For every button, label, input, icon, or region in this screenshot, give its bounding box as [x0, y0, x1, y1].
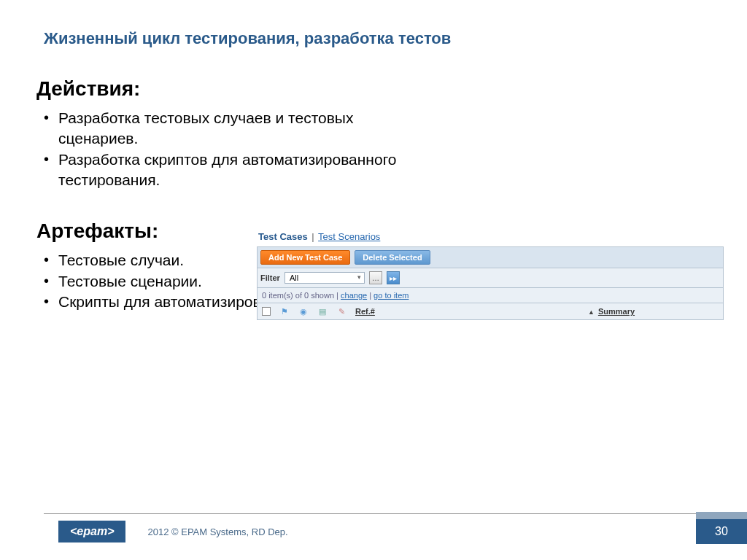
- delete-selected-button[interactable]: Delete Selected: [355, 250, 430, 265]
- column-summary-wrap[interactable]: ▲ Summary: [588, 307, 635, 316]
- sort-asc-icon: ▲: [588, 308, 595, 316]
- toolbar-primary: Add New Test Case Delete Selected: [257, 246, 724, 268]
- document-icon: ▤: [317, 306, 328, 316]
- select-all-checkbox[interactable]: [262, 307, 271, 316]
- epam-logo: <epam>: [58, 521, 125, 542]
- list-item: Разработка тестовых случаев и тестовых с…: [36, 108, 416, 149]
- filter-select[interactable]: All: [285, 272, 365, 284]
- bullet-icon: ◉: [298, 306, 309, 316]
- tab-test-cases[interactable]: Test Cases: [258, 231, 308, 242]
- flag-icon: ⚑: [279, 306, 290, 316]
- table-header: ⚑ ◉ ▤ ✎ Ref.# ▲ Summary: [257, 303, 724, 320]
- actions-list: Разработка тестовых случаев и тестовых с…: [36, 108, 747, 190]
- attachment-icon: ✎: [336, 306, 347, 316]
- footer: <epam> 2012 © EPAM Systems, RD Dep. 30: [0, 519, 747, 544]
- tab-test-scenarios[interactable]: Test Scenarios: [318, 231, 380, 242]
- list-item: Разработка скриптов для автоматизированн…: [36, 149, 416, 191]
- column-summary: Summary: [598, 307, 635, 316]
- toolbar-filter: Filter All … ▸▸: [257, 268, 724, 288]
- copyright: 2012 © EPAM Systems, RD Dep.: [147, 526, 287, 537]
- filter-label: Filter: [260, 273, 280, 282]
- actions-heading: Действия:: [36, 77, 747, 101]
- column-ref[interactable]: Ref.#: [355, 307, 375, 316]
- tab-separator: |: [310, 231, 315, 242]
- footer-divider: [44, 513, 718, 514]
- go-to-item-link[interactable]: go to item: [374, 291, 409, 300]
- filter-more-button[interactable]: …: [369, 271, 382, 284]
- status-count: 0 item(s) of 0 shown: [262, 291, 334, 300]
- test-cases-panel: Test Cases | Test Scenarios Add New Test…: [257, 230, 724, 320]
- status-bar: 0 item(s) of 0 shown | change | go to it…: [257, 288, 724, 303]
- add-new-test-case-button[interactable]: Add New Test Case: [260, 250, 350, 265]
- filter-go-button[interactable]: ▸▸: [387, 271, 400, 284]
- change-link[interactable]: change: [341, 291, 367, 300]
- slide-title: Жизненный цикл тестирования, разработка …: [0, 0, 747, 48]
- tabs: Test Cases | Test Scenarios: [257, 230, 724, 246]
- page-number: 30: [696, 519, 747, 544]
